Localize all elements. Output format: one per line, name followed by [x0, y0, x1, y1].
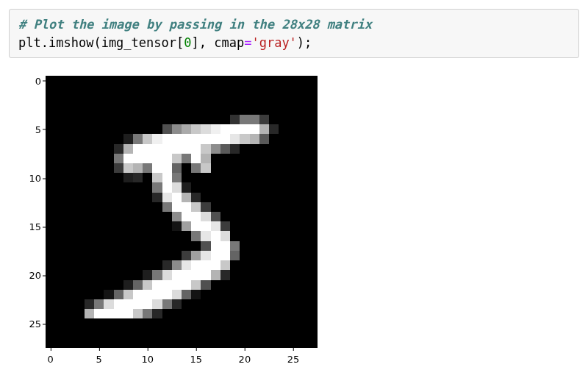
code-equals: = — [244, 35, 251, 50]
ytick-label: 5 — [13, 124, 41, 135]
ytick-label: 20 — [13, 270, 41, 281]
xtick-label: 20 — [239, 354, 251, 365]
xtick-label: 25 — [287, 354, 300, 365]
code-kwarg-name: cmap — [214, 35, 244, 50]
code-fn: imshow — [49, 35, 93, 50]
imshow-plot: 05101520250510152025 — [13, 71, 329, 391]
xtick-label: 15 — [190, 354, 203, 365]
ytick-label: 10 — [13, 173, 41, 184]
code-arg-var: img_tensor — [101, 35, 176, 50]
code-comment: # Plot the image by passing in the 28x28… — [18, 17, 372, 32]
plot-axes — [46, 76, 318, 348]
xtick-label: 0 — [47, 354, 53, 365]
code-kwarg-value: 'gray' — [251, 35, 296, 50]
code-module: plt — [18, 35, 41, 50]
xtick-label: 10 — [141, 354, 154, 365]
ytick-label: 25 — [13, 318, 41, 329]
code-terminator: ; — [304, 35, 312, 50]
xtick-label: 5 — [96, 354, 102, 365]
code-arg-index: 0 — [184, 35, 191, 50]
ytick-label: 0 — [13, 75, 41, 86]
heatmap-image — [46, 76, 318, 348]
code-cell: # Plot the image by passing in the 28x28… — [9, 9, 579, 58]
ytick-label: 15 — [13, 221, 41, 232]
